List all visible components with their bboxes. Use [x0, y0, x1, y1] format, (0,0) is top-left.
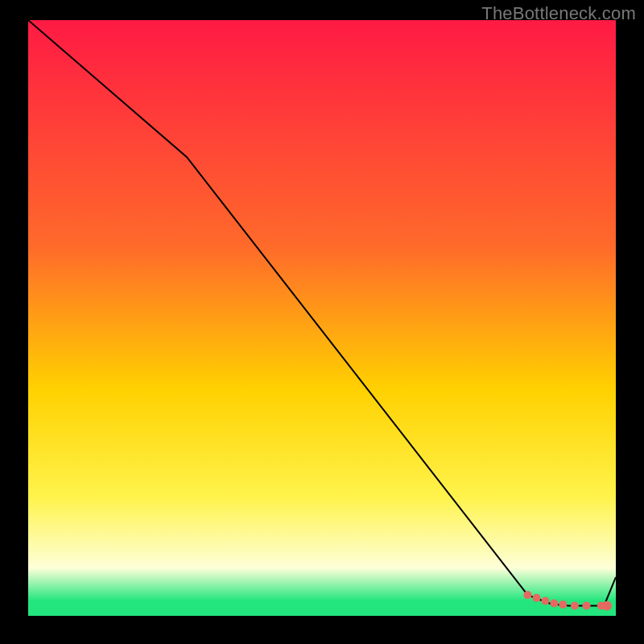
marker-point [559, 601, 567, 609]
plot-area [28, 20, 616, 616]
marker-point [533, 594, 541, 602]
marker-point [602, 601, 612, 610]
watermark-text: TheBottleneck.com [481, 3, 636, 24]
chart-svg [28, 20, 616, 616]
marker-point [541, 597, 549, 605]
marker-point [571, 601, 579, 609]
gradient-background [28, 20, 616, 616]
marker-point [524, 591, 532, 599]
marker-point [583, 601, 591, 609]
chart-frame: TheBottleneck.com [0, 0, 644, 644]
marker-point [550, 600, 558, 608]
